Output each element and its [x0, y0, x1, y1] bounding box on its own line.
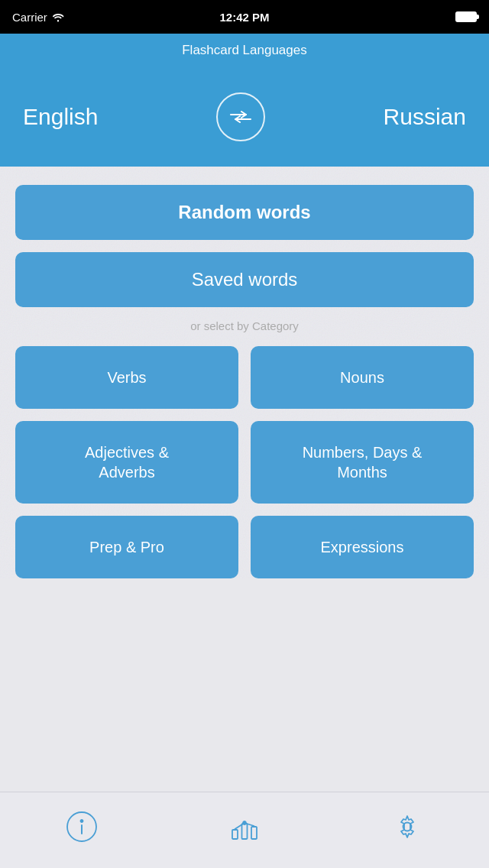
saved-words-button[interactable]: Saved words [15, 252, 474, 307]
category-adj-adv-button[interactable]: Adjectives &Adverbs [15, 421, 238, 504]
swap-icon [229, 111, 252, 123]
category-grid: Verbs Nouns Adjectives &Adverbs Numbers,… [15, 346, 474, 578]
status-bar: Carrier 12:42 PM [0, 0, 489, 34]
chart-icon [228, 810, 261, 844]
status-carrier: Carrier [12, 11, 64, 24]
svg-point-8 [243, 821, 246, 824]
info-icon [65, 810, 99, 844]
svg-rect-7 [251, 827, 257, 839]
category-adj-adv-label: Adjectives &Adverbs [85, 444, 169, 481]
category-prep-pro-button[interactable]: Prep & Pro [15, 516, 238, 578]
swap-languages-button[interactable] [216, 92, 265, 141]
svg-rect-5 [232, 830, 238, 839]
category-separator: or select by Category [15, 319, 474, 332]
category-verbs-label: Verbs [107, 369, 146, 386]
tab-info[interactable] [51, 804, 112, 850]
status-battery [455, 11, 477, 22]
tab-stats[interactable] [214, 804, 275, 850]
category-numbers-button[interactable]: Numbers, Days &Months [251, 421, 474, 504]
category-nouns-button[interactable]: Nouns [251, 346, 474, 409]
battery-icon [455, 11, 477, 22]
tab-bar [0, 792, 489, 868]
svg-point-4 [80, 820, 83, 822]
category-nouns-label: Nouns [340, 369, 384, 386]
random-words-button[interactable]: Random words [15, 185, 474, 240]
nav-bar: Flashcard Languages [0, 34, 489, 67]
language-bar: English Russian [0, 67, 489, 167]
source-language: English [23, 104, 98, 130]
nav-title: Flashcard Languages [182, 43, 307, 58]
saved-words-label: Saved words [192, 269, 298, 290]
target-language: Russian [384, 104, 466, 130]
random-words-label: Random words [178, 202, 310, 222]
svg-rect-6 [241, 824, 247, 839]
status-time: 12:42 PM [219, 11, 269, 24]
category-verbs-button[interactable]: Verbs [15, 346, 238, 409]
tab-settings[interactable] [377, 804, 438, 850]
wifi-icon [52, 12, 64, 22]
main-content: Random words Saved words or select by Ca… [0, 167, 489, 578]
category-expressions-label: Expressions [321, 539, 404, 555]
gear-icon [390, 810, 424, 844]
category-expressions-button[interactable]: Expressions [251, 516, 474, 578]
category-numbers-label: Numbers, Days &Months [303, 444, 423, 481]
category-prep-pro-label: Prep & Pro [89, 539, 164, 555]
carrier-label: Carrier [12, 11, 47, 24]
